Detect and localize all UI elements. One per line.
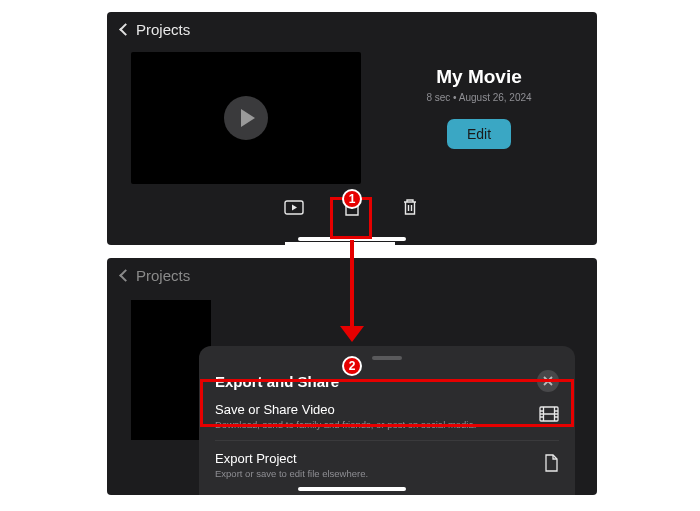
save-share-video-item[interactable]: Save or Share Video Download, send to fa… xyxy=(215,392,559,441)
trash-icon[interactable] xyxy=(399,198,421,216)
project-overview-panel: Projects My Movie 8 sec • August 26, 202… xyxy=(107,12,597,245)
item-title: Export Project xyxy=(215,451,368,466)
annotation-badge-2: 2 xyxy=(342,356,362,376)
item-subtitle: Export or save to edit file elsewhere. xyxy=(215,468,368,479)
close-button[interactable] xyxy=(537,370,559,392)
project-meta: 8 sec • August 26, 2024 xyxy=(426,92,531,103)
back-chevron-icon xyxy=(119,269,132,282)
play-icon xyxy=(241,109,255,127)
video-thumbnail[interactable] xyxy=(131,52,361,184)
project-title: My Movie xyxy=(436,66,522,88)
annotation-arrow-head xyxy=(340,326,364,342)
annotation-badge-1: 1 xyxy=(342,189,362,209)
project-info: My Movie 8 sec • August 26, 2024 Edit xyxy=(385,52,573,184)
tab-indicator xyxy=(285,242,395,245)
annotation-arrow-line xyxy=(350,240,354,332)
home-indicator xyxy=(298,487,406,491)
export-share-sheet: Export and Share Save or Share Video Dow… xyxy=(199,346,575,495)
doc-icon xyxy=(544,454,559,476)
film-icon xyxy=(539,406,559,426)
back-chevron-icon[interactable] xyxy=(119,23,132,36)
sheet-handle[interactable] xyxy=(372,356,402,360)
item-subtitle: Download, send to family and friends, or… xyxy=(215,419,476,430)
item-title: Save or Share Video xyxy=(215,402,476,417)
edit-button[interactable]: Edit xyxy=(447,119,511,149)
close-icon xyxy=(543,376,553,386)
sheet-title: Export and Share xyxy=(215,373,339,390)
play-rect-icon[interactable] xyxy=(283,198,305,216)
back-label-dim: Projects xyxy=(136,267,190,284)
nav-header: Projects xyxy=(107,12,597,46)
export-project-item[interactable]: Export Project Export or save to edit fi… xyxy=(215,441,559,489)
play-button[interactable] xyxy=(224,96,268,140)
back-label[interactable]: Projects xyxy=(136,21,190,38)
